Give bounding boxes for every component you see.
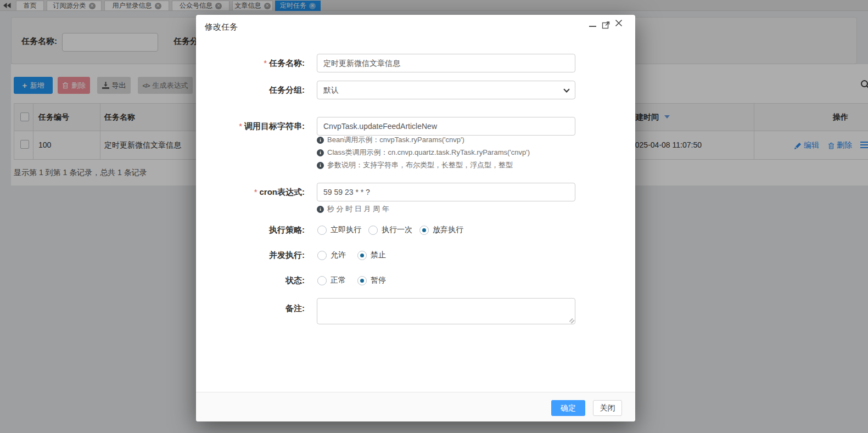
help-bean-example: iBean调用示例：cnvpTask.ryParams('cnvp') <box>317 135 464 145</box>
info-icon: i <box>317 149 324 156</box>
status-radio-group: 正常 暂停 <box>317 275 397 285</box>
help-class-example: iClass类调用示例：cn.cnvp.quartz.task.RyTask.r… <box>317 148 530 158</box>
radio-execute-once[interactable]: 执行一次 <box>368 225 412 235</box>
radio-execute-now[interactable]: 立即执行 <box>317 225 361 235</box>
radio-icon <box>368 226 378 235</box>
field-label-policy: 执行策略: <box>196 224 305 235</box>
policy-radio-group: 立即执行 执行一次 放弃执行 <box>317 225 471 235</box>
field-label-cron: *cron表达式: <box>196 187 305 198</box>
close-button[interactable]: 关闭 <box>593 400 622 416</box>
radio-icon-selected <box>357 251 367 260</box>
close-icon[interactable] <box>614 19 623 27</box>
radio-normal[interactable]: 正常 <box>317 275 346 285</box>
radio-icon <box>317 276 327 285</box>
info-icon: i <box>317 137 324 144</box>
remark-textarea[interactable] <box>317 298 575 324</box>
maximize-icon[interactable] <box>602 20 611 29</box>
concurrent-radio-group: 允许 禁止 <box>317 250 397 260</box>
task-name-field[interactable]: 定时更新微信文章信息 <box>317 54 575 72</box>
help-params: i参数说明：支持字符串，布尔类型，长整型，浮点型，整型 <box>317 160 513 170</box>
radio-allow[interactable]: 允许 <box>317 250 346 260</box>
cron-expression-field[interactable]: 59 59 23 * * ? <box>317 183 575 201</box>
field-label-task-group: 任务分组: <box>196 85 305 95</box>
info-icon: i <box>317 162 324 169</box>
radio-icon-selected <box>419 226 429 235</box>
minimize-icon[interactable] <box>589 26 596 27</box>
radio-abandon[interactable]: 放弃执行 <box>419 225 463 235</box>
radio-pause[interactable]: 暂停 <box>357 275 386 285</box>
field-label-invoke-target: *调用目标字符串: <box>196 121 305 132</box>
radio-icon <box>317 251 327 260</box>
info-icon: i <box>317 206 324 213</box>
radio-icon <box>317 226 327 235</box>
screen: 首页 订阅源分类✕ 用户登录信息✕ 公众号信息✕ 文章信息✕ 定时任务✕ 任务名… <box>0 0 868 433</box>
radio-forbid[interactable]: 禁止 <box>357 250 386 260</box>
field-label-remark: 备注: <box>196 303 305 314</box>
dialog-footer: 确定 关闭 <box>196 392 635 421</box>
task-group-select[interactable]: 默认 <box>317 81 575 99</box>
chevron-down-icon <box>563 86 569 92</box>
radio-icon-selected <box>357 276 367 285</box>
dialog-title: 修改任务 <box>205 22 238 32</box>
help-cron: i秒 分 时 日 月 周 年 <box>317 204 389 214</box>
invoke-target-field[interactable]: CnvpTask.updateFeedArticleNew <box>317 117 575 136</box>
field-label-status: 状态: <box>196 275 305 286</box>
resize-handle[interactable] <box>568 317 574 323</box>
confirm-button[interactable]: 确定 <box>551 400 585 416</box>
edit-task-dialog: 修改任务 *任务名称: 定时更新微信文章信息 任务分组: 默认 *调用目标字符串… <box>196 15 635 421</box>
field-label-task-name: *任务名称: <box>196 58 305 69</box>
field-label-concurrent: 并发执行: <box>196 250 305 261</box>
